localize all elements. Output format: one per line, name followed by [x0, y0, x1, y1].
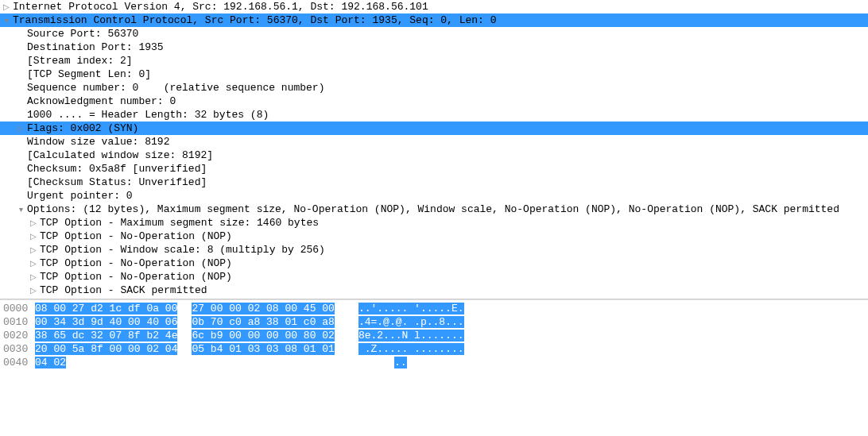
- collapse-icon[interactable]: ▾: [16, 203, 25, 216]
- field-flags[interactable]: ▷ Flags: 0x002 (SYN): [0, 122, 868, 135]
- hex-offset: 0030: [0, 342, 35, 356]
- expand-icon[interactable]: ▷: [29, 257, 38, 270]
- option-window-scale[interactable]: ▷ TCP Option - Window scale: 8 (multiply…: [0, 243, 868, 257]
- tcp-header-row[interactable]: ▾ Transmission Control Protocol, Src Por…: [0, 14, 868, 27]
- option-nop[interactable]: ▷ TCP Option - No-Operation (NOP): [0, 257, 868, 270]
- field-destination-port[interactable]: Destination Port: 1935: [0, 41, 868, 54]
- hex-row-1[interactable]: 0010 00 34 3d 9d 40 00 40 060b 70 c0 a8 …: [0, 315, 868, 329]
- hex-row-2[interactable]: 0020 38 65 dc 32 07 8f b2 4e6c b9 00 00 …: [0, 329, 868, 342]
- field-ack-number[interactable]: Acknowledgment number: 0: [0, 95, 868, 108]
- field-checksum-status[interactable]: [Checksum Status: Unverified]: [0, 176, 868, 189]
- field-options[interactable]: ▾ Options: (12 bytes), Maximum segment s…: [0, 203, 868, 216]
- field-stream-index[interactable]: [Stream index: 2]: [0, 54, 868, 68]
- option-mss[interactable]: ▷ TCP Option - Maximum segment size: 146…: [0, 216, 868, 230]
- option-nop[interactable]: ▷ TCP Option - No-Operation (NOP): [0, 230, 868, 243]
- field-segment-len[interactable]: [TCP Segment Len: 0]: [0, 68, 868, 81]
- hex-dump-pane[interactable]: 0000 08 00 27 d2 1c df 0a 0027 00 00 02 …: [0, 299, 868, 371]
- hex-row-4[interactable]: 0040 04 02 ..: [0, 356, 868, 369]
- hex-offset: 0000: [0, 302, 35, 315]
- field-urgent-pointer[interactable]: Urgent pointer: 0: [0, 189, 868, 203]
- field-source-port[interactable]: Source Port: 56370: [0, 27, 868, 41]
- ip-header-row[interactable]: ▷ Internet Protocol Version 4, Src: 192.…: [0, 0, 868, 14]
- expand-icon[interactable]: ▷: [29, 230, 38, 243]
- option-sack[interactable]: ▷ TCP Option - SACK permitted: [0, 284, 868, 297]
- hex-offset: 0020: [0, 329, 35, 342]
- field-sequence-number[interactable]: Sequence number: 0 (relative sequence nu…: [0, 81, 868, 95]
- expand-icon[interactable]: ▷: [16, 122, 25, 135]
- expand-icon[interactable]: ▷: [29, 284, 38, 297]
- collapse-icon[interactable]: ▾: [2, 14, 11, 27]
- expand-icon[interactable]: ▷: [29, 216, 38, 230]
- expand-icon[interactable]: ▷: [29, 270, 38, 284]
- hex-row-3[interactable]: 0030 20 00 5a 8f 00 00 02 0405 b4 01 03 …: [0, 342, 868, 356]
- field-window-size[interactable]: Window size value: 8192: [0, 135, 868, 149]
- hex-offset: 0040: [0, 356, 35, 369]
- option-nop[interactable]: ▷ TCP Option - No-Operation (NOP): [0, 270, 868, 284]
- tcp-header-text: Transmission Control Protocol, Src Port:…: [13, 14, 497, 27]
- hex-offset: 0010: [0, 315, 35, 329]
- expand-icon[interactable]: ▷: [29, 243, 38, 257]
- packet-details-pane[interactable]: ▷ Internet Protocol Version 4, Src: 192.…: [0, 0, 868, 299]
- hex-row-0[interactable]: 0000 08 00 27 d2 1c df 0a 0027 00 00 02 …: [0, 302, 868, 315]
- field-checksum[interactable]: Checksum: 0x5a8f [unverified]: [0, 162, 868, 176]
- ip-header-text: Internet Protocol Version 4, Src: 192.16…: [13, 0, 428, 14]
- field-calc-window[interactable]: [Calculated window size: 8192]: [0, 149, 868, 162]
- field-header-length[interactable]: 1000 .... = Header Length: 32 bytes (8): [0, 108, 868, 122]
- expand-icon[interactable]: ▷: [2, 0, 11, 14]
